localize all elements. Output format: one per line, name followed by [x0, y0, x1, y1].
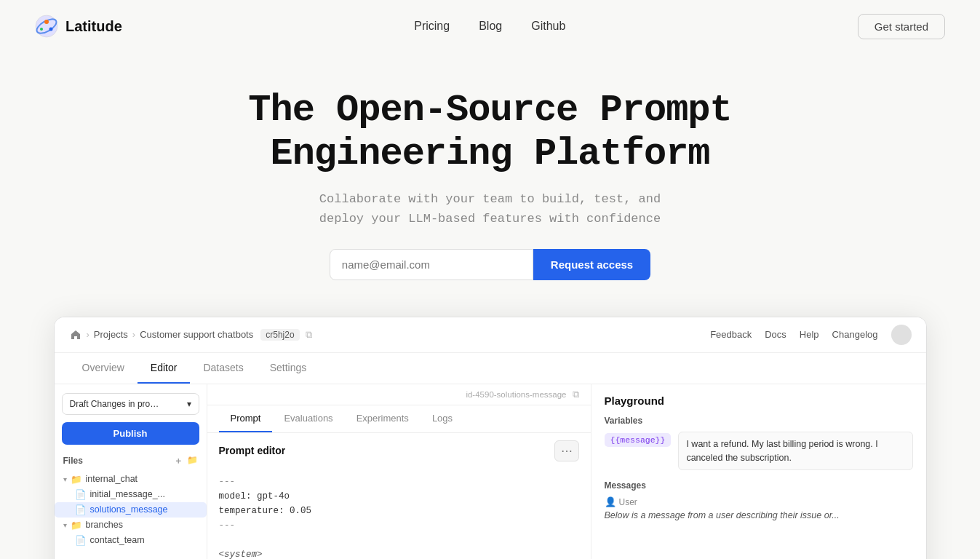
- tab-settings[interactable]: Settings: [257, 353, 320, 384]
- email-input[interactable]: [330, 249, 533, 280]
- hero-section: The Open-Source Prompt Engineering Platf…: [0, 52, 980, 309]
- changelog-link[interactable]: Changelog: [832, 329, 878, 340]
- hero-subtitle-line1: Collaborate with your team to build, tes…: [319, 192, 661, 206]
- publish-button[interactable]: Publish: [62, 422, 199, 445]
- nav-blog[interactable]: Blog: [479, 20, 502, 33]
- breadcrumb-projects[interactable]: Projects: [94, 329, 128, 340]
- editor-line-6: <system>: [219, 547, 579, 559]
- variable-value[interactable]: I want a refund. My last billing period …: [678, 432, 912, 471]
- nav-links: Pricing Blog Github: [414, 20, 565, 33]
- request-access-button[interactable]: Request access: [533, 249, 650, 280]
- tab-datasets[interactable]: Datasets: [190, 353, 256, 384]
- messages-section: Messages 👤 User Below is a message from …: [605, 480, 913, 520]
- help-link[interactable]: Help: [800, 329, 819, 340]
- folder-branches[interactable]: ▾ 📁 branches: [55, 518, 207, 533]
- docs-link[interactable]: Docs: [765, 329, 786, 340]
- editor-line-3: temperature: 0.05: [219, 504, 579, 518]
- tab-overview[interactable]: Overview: [69, 353, 138, 384]
- editor-line-1: ---: [219, 475, 579, 489]
- nav-github[interactable]: Github: [531, 20, 565, 33]
- logo-icon: [35, 15, 58, 38]
- breadcrumb: › Projects › Customer support chatbots c…: [69, 328, 312, 341]
- playground: Playground Variables {{message}} I want …: [591, 384, 926, 559]
- chevron-down-icon: ▾: [187, 399, 191, 409]
- svg-point-3: [49, 28, 53, 31]
- user-badge: 👤 User: [605, 496, 840, 507]
- editor-header: Prompt editor ⋯: [207, 433, 591, 467]
- file-initial-message[interactable]: 📄 initial_message_...: [55, 487, 207, 502]
- message-text: Below is a message from a user describin…: [605, 510, 840, 520]
- user-icon: 👤: [605, 496, 616, 507]
- editor-line-5: [219, 533, 579, 547]
- file-solutions-message-label: solutions_message: [90, 504, 168, 515]
- folder-branches-label: branches: [86, 520, 123, 530]
- svg-point-4: [40, 28, 43, 31]
- folder-internal-chat[interactable]: ▾ 📁 internal_chat: [55, 472, 207, 487]
- playground-title: Playground: [605, 395, 913, 407]
- copy-badge-icon[interactable]: ⧉: [306, 329, 312, 341]
- messages-title: Messages: [605, 480, 913, 491]
- logo[interactable]: Latitude: [35, 15, 122, 38]
- app-tabs: Overview Editor Datasets Settings: [55, 353, 926, 384]
- new-folder-icon[interactable]: 📁: [187, 455, 198, 467]
- file-icon-2: 📄: [75, 504, 87, 515]
- get-started-button[interactable]: Get started: [858, 14, 945, 39]
- app-topbar: › Projects › Customer support chatbots c…: [55, 317, 926, 353]
- app-window: › Projects › Customer support chatbots c…: [54, 317, 927, 559]
- id-label: id-4590-solutions-message: [466, 390, 566, 399]
- user-role-label: User: [619, 497, 637, 507]
- new-file-icon[interactable]: ＋: [174, 455, 183, 467]
- folder-icon-2: 📁: [71, 520, 82, 531]
- message-content: 👤 User Below is a message from a user de…: [605, 496, 840, 520]
- feedback-link[interactable]: Feedback: [710, 329, 752, 340]
- draft-dropdown-text: Draft Changes in prompt...: [70, 399, 164, 409]
- editor-tab-prompt[interactable]: Prompt: [219, 405, 273, 432]
- file-initial-message-label: initial_message_...: [90, 489, 166, 499]
- hero-subtitle-line2: deploy your LLM-based features with conf…: [319, 212, 661, 226]
- tab-editor[interactable]: Editor: [138, 353, 191, 384]
- logo-text: Latitude: [65, 18, 122, 35]
- svg-point-2: [44, 20, 49, 24]
- app-main: Draft Changes in prompt... ▾ Publish Fil…: [55, 384, 926, 559]
- breadcrumb-sep1: ›: [87, 329, 89, 340]
- file-tree: ▾ 📁 internal_chat 📄 initial_message_... …: [55, 472, 207, 548]
- avatar[interactable]: [891, 325, 912, 345]
- editor-tab-experiments[interactable]: Experiments: [345, 405, 421, 432]
- editor-header-label: Prompt editor: [219, 445, 286, 456]
- variables-label: Variables: [605, 416, 913, 426]
- message-row: 👤 User Below is a message from a user de…: [605, 496, 913, 520]
- hero-title: The Open-Source Prompt Engineering Platf…: [15, 89, 965, 176]
- files-header: Files ＋ 📁: [55, 452, 207, 472]
- chevron-open-icon-2: ▾: [63, 521, 67, 529]
- home-icon[interactable]: [69, 328, 82, 341]
- chevron-open-icon: ▾: [63, 475, 67, 483]
- breadcrumb-project[interactable]: Customer support chatbots: [140, 329, 253, 340]
- copy-id-icon[interactable]: ⧉: [573, 389, 579, 400]
- file-icon-3: 📄: [75, 535, 87, 546]
- file-icon-1: 📄: [75, 489, 87, 500]
- hero-title-line1: The Open-Source Prompt: [248, 89, 732, 132]
- folder-internal-chat-label: internal_chat: [86, 474, 138, 484]
- hero-title-line2: Engineering Platform: [270, 132, 709, 175]
- variable-row: {{message}} I want a refund. My last bil…: [605, 432, 913, 471]
- hero-subtitle: Collaborate with your team to build, tes…: [15, 189, 965, 229]
- draft-dropdown[interactable]: Draft Changes in prompt... ▾: [62, 393, 199, 415]
- navbar: Latitude Pricing Blog Github Get started: [0, 0, 980, 52]
- id-row: id-4590-solutions-message ⧉: [207, 384, 591, 405]
- files-icons: ＋ 📁: [174, 455, 198, 467]
- file-solutions-message[interactable]: 📄 solutions_message: [55, 502, 207, 518]
- editor-line-2: model: gpt-4o: [219, 489, 579, 504]
- editor-area: id-4590-solutions-message ⧉ Prompt Evalu…: [207, 384, 591, 559]
- editor-tab-evaluations[interactable]: Evaluations: [272, 405, 344, 432]
- nav-pricing[interactable]: Pricing: [414, 20, 450, 33]
- sidebar: Draft Changes in prompt... ▾ Publish Fil…: [55, 384, 207, 559]
- editor-tabs: Prompt Evaluations Experiments Logs: [207, 405, 591, 433]
- file-contact-team-label: contact_team: [90, 535, 145, 545]
- editor-tab-logs[interactable]: Logs: [421, 405, 464, 432]
- breadcrumb-sep2: ›: [132, 329, 135, 340]
- editor-content[interactable]: --- model: gpt-4o temperature: 0.05 --- …: [207, 467, 591, 559]
- folder-icon-1: 📁: [71, 474, 82, 485]
- file-contact-team[interactable]: 📄 contact_team: [55, 533, 207, 548]
- hero-form: Request access: [15, 249, 965, 280]
- editor-menu-button[interactable]: ⋯: [554, 440, 579, 461]
